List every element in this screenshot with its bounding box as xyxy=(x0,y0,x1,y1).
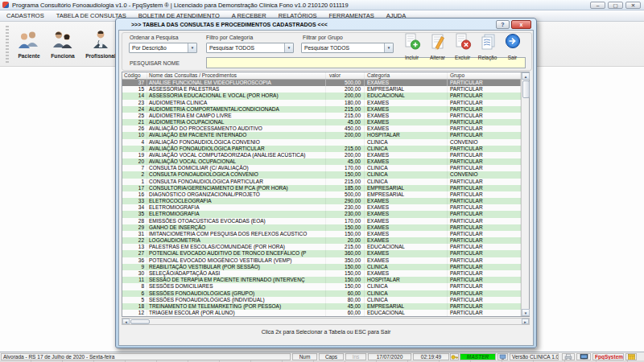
table-row[interactable]: 21AUDIOMETRIA OCUPACIONAL45,00EXAMESPART… xyxy=(122,119,521,125)
cell-categoria: EXAMES xyxy=(365,224,448,231)
dialog-help-button[interactable]: ? xyxy=(496,20,510,29)
cell-nome: AVALIAÇÃO VOCAL OCUPACIONAL xyxy=(147,158,326,165)
toolbar-button-funcionario[interactable]: Funciona xyxy=(46,30,80,59)
table-row[interactable]: 35ELETROMIOGRAFIA230,00EXAMESPARTICULAR xyxy=(122,211,521,217)
minimize-button[interactable]: – xyxy=(590,2,605,9)
cell-codigo: 7 xyxy=(122,165,147,171)
table-row[interactable]: 28EMISSÕES OTOACÚSTICAS EVOCADAS (EOA)17… xyxy=(122,218,521,224)
cell-grupo: PARTICULAR xyxy=(448,80,521,86)
cell-valor: 150,00 xyxy=(326,171,365,178)
table-body: 37ANÁLISE FUNCIONAL EM VIDEOFLUOROSCOPIA… xyxy=(122,80,521,316)
table-row[interactable]: 20AVALIAÇÃO VOCAL OCUPACIONAL45,00EXAMES… xyxy=(122,158,521,165)
status-location: Alvorada - RS 17 de Julho de 2020 - Sext… xyxy=(1,353,291,360)
cell-valor: 150,00 xyxy=(326,283,365,290)
status-brand: FpqSystem xyxy=(592,353,624,360)
status-num: Num xyxy=(292,353,317,360)
incluir-button[interactable]: Incluir xyxy=(400,33,423,60)
cell-nome: AVALIAÇÃO FONOAUDIOLÓGICA PARTICULAR xyxy=(147,146,326,152)
table-row[interactable]: 23AUDIOMETRIA CLINICA180,00EXAMESPARTICU… xyxy=(122,100,521,106)
cell-grupo: PARTICULAR xyxy=(448,152,521,158)
vertical-scrollbar[interactable]: ▲ ▼ xyxy=(521,72,529,316)
table-row[interactable]: 5SESSÕES FONOAUDIOLÓGICAS (INDIVIDUAL)80… xyxy=(122,297,521,303)
table-row[interactable]: 18TREINAMENTO EM TELEMARKETING (POR PESS… xyxy=(122,303,521,310)
table-row[interactable]: 37ANÁLISE FUNCIONAL EM VIDEOFLUOROSCOPIA… xyxy=(122,80,521,86)
table-row[interactable]: 17CONSULTORIA/GERENCIAMENTO EM PCA (POR … xyxy=(122,185,521,191)
table-row[interactable]: 2CONSULTA FONOAUDIOLÓGICA CONVENIO150,00… xyxy=(122,171,521,178)
table-row[interactable]: 14ASSESSORIA EDUCACIONAL E VOCAL (POR HO… xyxy=(122,93,521,99)
cell-codigo: 28 xyxy=(122,218,147,224)
chevron-down-icon[interactable]: ▼ xyxy=(384,43,393,52)
table-row[interactable]: 10AVALIAÇÃO EM PACIENTE INTERNADO200,00H… xyxy=(122,132,521,138)
table-row[interactable]: 31IMITANCIOMETRIA COM PESQUISA DOS REFLE… xyxy=(122,231,521,237)
maximize-button[interactable]: ▢ xyxy=(608,2,623,9)
table-row[interactable]: 12TRIAGEM ESCOLAR (POR ALUNO)60,00EDUCAC… xyxy=(122,310,521,316)
cell-categoria: EMPRESARIAL xyxy=(365,86,448,93)
scroll-up-icon[interactable]: ▲ xyxy=(522,72,530,80)
table-row[interactable]: 1CONSULTA FONOAUDIOLÓGICA PARTICULAR215,… xyxy=(122,179,521,185)
relacao-button[interactable]: Relação xyxy=(476,33,499,60)
scroll-right-icon[interactable]: ► xyxy=(522,319,529,324)
table-row[interactable]: 9REABILITAÇÃO VESTIBULAR (POR SESSÃO)150… xyxy=(122,264,521,270)
cell-grupo: PARTICULAR xyxy=(448,270,521,277)
horizontal-scrollbar[interactable]: ◄ ► xyxy=(122,318,530,325)
toolbar-button-paciente[interactable]: Paciente xyxy=(12,30,46,59)
scroll-left-icon[interactable]: ◄ xyxy=(122,319,130,324)
cell-nome: LOGOAUDIOMETRIA xyxy=(147,237,326,244)
table-row[interactable]: 19AVALIAÇÃO VOCAL COMPUTADORIZADA (ANÁLI… xyxy=(122,152,521,158)
chevron-down-icon[interactable]: ▼ xyxy=(284,43,293,52)
table-row[interactable]: 16DIAGNÓSTICO ORGANIZACIONAL/PROJETO500,… xyxy=(122,191,521,198)
cell-nome: AUDIOMETRIA OCUPACIONAL xyxy=(147,119,326,125)
order-combobox[interactable]: Por Descrição ▼ xyxy=(129,43,197,53)
cell-codigo: 33 xyxy=(122,198,147,204)
table-row[interactable]: 22LOGOAUDIOMETRIA20,00EXAMESPARTICULAR xyxy=(122,237,521,244)
alterar-button[interactable]: Alterar xyxy=(426,33,449,60)
column-header-nome[interactable]: Nome das Consultas / Procedimentos xyxy=(147,72,326,79)
cell-codigo: 5 xyxy=(122,297,147,303)
table-row[interactable]: 25AUDIOMETRIA EM CAMPO LIVRE215,00EXAMES… xyxy=(122,113,521,119)
cell-categoria: EXAMES xyxy=(365,198,448,204)
column-header-categoria[interactable]: Categoria xyxy=(365,72,448,79)
cell-categoria: EDUCACIONAL xyxy=(365,93,448,99)
table-row[interactable]: 4AVALIAÇÃO FONOAUDIOLÓGICA CONVENIOCLINI… xyxy=(122,139,521,146)
vertical-scroll-thumb[interactable] xyxy=(522,80,530,98)
chevron-down-icon[interactable]: ▼ xyxy=(188,43,196,52)
table-row[interactable]: 26AVALIAÇÃO DO PROCESSAMENTO AUDITIVO450… xyxy=(122,125,521,132)
add-record-icon xyxy=(403,33,421,54)
scroll-down-icon[interactable]: ▼ xyxy=(522,309,530,316)
menu-item-cadastros[interactable]: CADASTROS xyxy=(6,12,44,19)
cell-valor xyxy=(326,139,365,146)
table-row[interactable]: 3AVALIAÇÃO FONOAUDIOLÓGICA PARTICULAR215… xyxy=(122,146,521,152)
table-row[interactable]: 24AUDIOMETRIA COMPORTAMENTAL/CONDICIONAD… xyxy=(122,106,521,113)
cell-nome: SESSÕES DOMICILIARES xyxy=(147,283,326,290)
professional-icon xyxy=(88,30,114,52)
column-header-valor[interactable]: valor xyxy=(326,72,365,79)
cell-valor: 200,00 xyxy=(326,86,365,93)
close-button[interactable]: ✕ xyxy=(625,2,641,9)
horizontal-scroll-thumb[interactable] xyxy=(130,319,150,325)
category-combobox[interactable]: Pesquisar TODOS ▼ xyxy=(206,43,294,53)
cell-categoria: CLINICA xyxy=(365,297,448,303)
table-row[interactable]: 7CONSULTA DOMICILIAR (C/ AVALIAÇÃO)170,0… xyxy=(122,165,521,171)
cell-categoria: EXAMES xyxy=(365,152,448,158)
table-row[interactable]: 6SESSÕES FONOAUDIOLÓGICAS (GRUPO)60,00CL… xyxy=(122,290,521,297)
table-row[interactable]: 8SESSÕES DOMICILIARES150,00CLINICAPARTIC… xyxy=(122,283,521,290)
cell-valor: 500,00 xyxy=(326,80,365,86)
table-row[interactable]: 15ASSESSORIA E PALESTRAS200,00EMPRESARIA… xyxy=(122,86,521,93)
table-row[interactable]: 36POTENCIAL EVOCADO MIOGÊNICO VESTIBULAR… xyxy=(122,257,521,264)
table-row[interactable]: 27POTENCIAL EVOCADO AUDITIVO DE TRONCO E… xyxy=(122,250,521,257)
table-row[interactable]: 13PALESTRAS EM ESCOLAS/COMUNIDADE (POR H… xyxy=(122,244,521,250)
group-combobox[interactable]: Pesquisar TODOS ▼ xyxy=(301,43,394,53)
table-row[interactable]: 29GANHO DE INSERÇÃO150,00EXAMESPARTICULA… xyxy=(122,224,521,231)
cell-codigo: 22 xyxy=(122,237,147,244)
cell-grupo: PARTICULAR xyxy=(448,158,521,165)
sair-button[interactable]: Sair xyxy=(501,33,524,60)
table-row[interactable]: 11SESSÃO DE TERAPIA EM PACIENTE INTERNAD… xyxy=(122,277,521,283)
table-row[interactable]: 34ELETROMIOGRAFIA230,00EXAMESPARTICULAR xyxy=(122,204,521,211)
dialog-close-button[interactable]: x xyxy=(511,20,531,29)
column-header-grupo[interactable]: Grupo xyxy=(448,72,521,79)
table-row[interactable]: 33ELETROCOCLEOGRAFIA290,00EXAMESPARTICUL… xyxy=(122,198,521,204)
cell-codigo: 34 xyxy=(122,204,147,211)
column-header-codigo[interactable]: Código xyxy=(122,72,147,79)
table-row[interactable]: 30SELEÇÃO/ADAPTAÇÃO AASI150,00EXAMESPART… xyxy=(122,270,521,277)
excluir-button[interactable]: Excluir xyxy=(451,33,474,60)
